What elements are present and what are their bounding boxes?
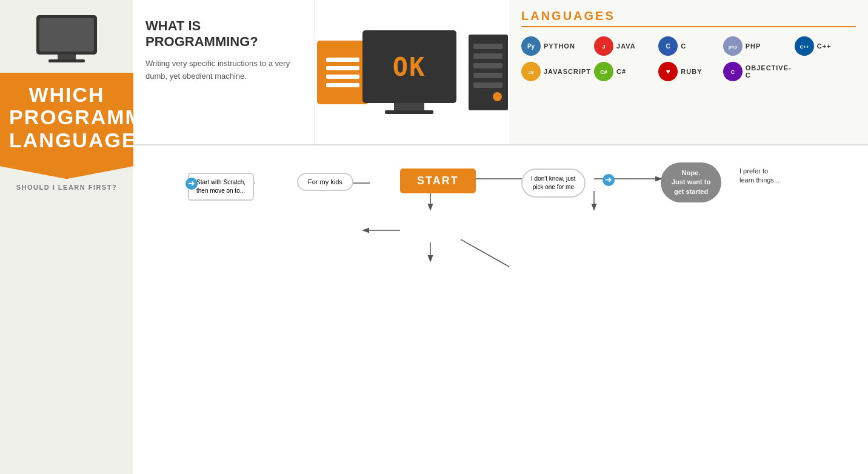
what-is-desc: Writing very specific instructions to a …	[145, 58, 302, 83]
svg-text:J: J	[603, 44, 606, 50]
flowchart-area: For my kids Start with Scratch,then move…	[133, 145, 868, 474]
svg-text:♥: ♥	[666, 67, 670, 76]
banner-title-line1: WHICH	[9, 84, 124, 106]
node-for-my-kids: For my kids	[297, 173, 353, 191]
svg-text:C++: C++	[800, 44, 809, 50]
banner-title-line2: PROGRAMMING	[9, 106, 124, 129]
what-is-section: WHAT ISPROGRAMMING? Writing very specifi…	[133, 0, 315, 144]
svg-text:C: C	[730, 69, 735, 75]
svg-text:JS: JS	[528, 70, 534, 75]
php-logo: php	[723, 36, 743, 56]
what-is-title: WHAT ISPROGRAMMING?	[145, 18, 302, 50]
ruby-logo: ♥	[658, 62, 678, 81]
arrow-after-scratch: ➜	[185, 177, 198, 193]
objc-label: OBJECTIVE-C	[746, 64, 792, 79]
main-area: WHAT ISPROGRAMMING? Writing very specifi…	[133, 0, 868, 474]
node-nope: Nope.Just want toget started	[661, 162, 721, 202]
java-logo: J	[594, 36, 613, 56]
banner-subtitle: SHOULD I LEARN FIRST?	[16, 184, 118, 191]
node-start: START	[400, 169, 476, 193]
js-label: JAVASCRIPT	[544, 68, 591, 75]
lang-python: Py PYTHON	[521, 36, 591, 56]
objc-logo: C	[723, 62, 743, 81]
lang-objc: C OBJECTIVE-C	[723, 62, 792, 81]
c-label: C	[681, 42, 686, 50]
lang-java: J JAVA	[594, 36, 655, 56]
lang-c: C C	[658, 36, 719, 56]
js-logo: JS	[521, 62, 541, 81]
ruby-label: RUBY	[681, 68, 702, 75]
svg-text:C: C	[666, 43, 670, 50]
php-label: PHP	[746, 42, 761, 50]
svg-text:➜: ➜	[188, 178, 195, 188]
monitor-icon	[30, 12, 103, 67]
node-prefer: I prefer tolearn things...	[739, 167, 780, 185]
svg-text:C#: C#	[600, 69, 607, 75]
csharp-logo: C#	[594, 62, 613, 81]
arrow-idontknow: ➜	[602, 173, 615, 189]
svg-text:Py: Py	[527, 43, 535, 50]
lang-ruby: ♥ RUBY	[658, 62, 719, 81]
python-label: PYTHON	[544, 42, 575, 50]
svg-line-26	[461, 239, 509, 267]
java-label: JAVA	[616, 42, 636, 50]
lang-csharp: C# C#	[594, 62, 655, 81]
svg-rect-1	[39, 18, 94, 52]
lang-php: php PHP	[723, 36, 792, 56]
banner-title-line3: LANGUAGE	[9, 129, 124, 152]
lang-cpp: C++ C++	[795, 36, 856, 56]
languages-section: LANGUAGES Py PYTHON J JAVA	[509, 0, 868, 144]
lang-js: JS JAVASCRIPT	[521, 62, 591, 81]
node-idontknow: I don't know, justpick one for me	[521, 169, 586, 198]
svg-text:➜: ➜	[605, 175, 612, 184]
top-section: WHAT ISPROGRAMMING? Writing very specifi…	[133, 0, 868, 145]
cpp-logo: C++	[795, 36, 814, 56]
csharp-label: C#	[616, 68, 626, 75]
svg-rect-3	[48, 59, 85, 62]
svg-rect-2	[58, 55, 76, 59]
svg-text:php: php	[728, 44, 737, 50]
ok-visual: OK	[315, 0, 509, 144]
left-banner: WHICH PROGRAMMING LANGUAGE SHOULD I LEAR…	[0, 0, 133, 474]
cpp-label: C++	[817, 42, 832, 50]
languages-grid: Py PYTHON J JAVA C C	[521, 36, 856, 81]
python-logo: Py	[521, 36, 541, 56]
languages-title: LANGUAGES	[521, 9, 856, 27]
c-logo: C	[658, 36, 678, 56]
